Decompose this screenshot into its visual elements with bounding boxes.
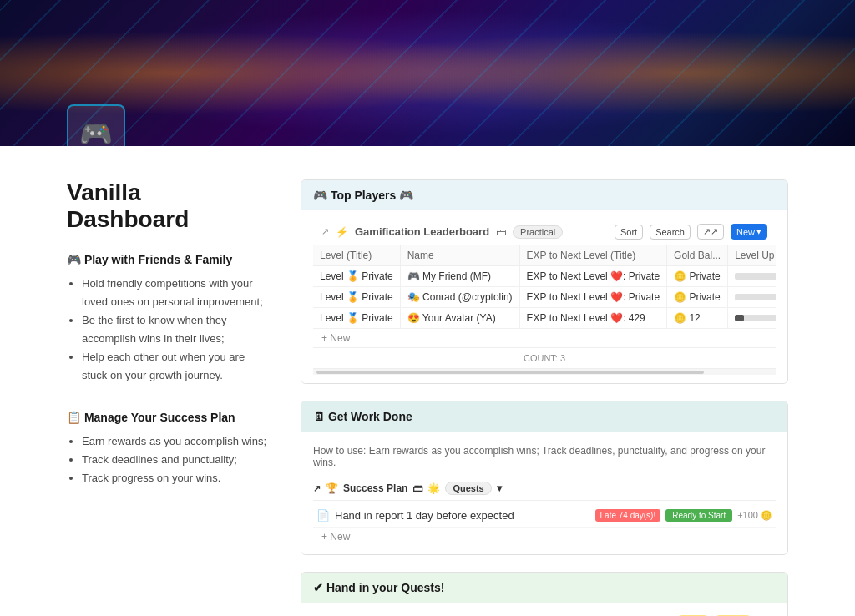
view-filter[interactable]: Practical [513,225,563,239]
new-button[interactable]: New▾ [731,224,767,240]
row1-name: 🎮 My Friend (MF) [400,266,519,287]
table-new-row[interactable]: + New [313,329,776,347]
search-button[interactable]: Search [650,225,691,240]
friends-family-heading: 🎮 Play with Friends & Family [67,253,267,266]
leaderboard-table: Level (Title) Name EXP to Next Level (Ti… [313,245,776,329]
db-icon: 🗃 [496,226,506,238]
bullet-item: Be the first to know when they accomplis… [82,311,267,348]
xp-badge: +100 🪙 [737,510,772,521]
bullet-item: Track progress on your wins. [82,469,267,487]
top-players-title: 🎮 Top Players 🎮 [313,189,413,202]
leaderboard-table-wrap: Level (Title) Name EXP to Next Level (Ti… [313,245,776,329]
lightning-icon: ⚡ [336,226,348,238]
row2-bar: 0% [728,287,776,308]
expand-icon[interactable]: ↗ [321,226,329,237]
top-players-header: 🎮 Top Players 🎮 [301,180,787,210]
top-players-widget: 🎮 Top Players 🎮 ↗ ⚡ Gamification Leaderb… [301,179,788,384]
bullet-item: Track deadlines and punctuality; [82,451,267,469]
get-work-done-header: 🗓 Get Work Done [301,401,787,432]
row3-name: 😍 Your Avatar (YA) [400,308,519,329]
hand-in-widget: ✔ Hand in your Quests! How to use: Hand … [301,572,788,616]
hero-banner: 🎮 [0,0,855,146]
table-row: Level 🏅 Private 🎭 Conrad (@cryptolin) EX… [313,287,776,308]
db-title[interactable]: Gamification Leaderboard [355,225,489,238]
table-row: Level 🏅 Private 🎮 My Friend (MF) EXP to … [313,266,776,287]
right-panel: 🎮 Top Players 🎮 ↗ ⚡ Gamification Leaderb… [301,179,788,616]
row1-level: Level 🏅 Private [313,266,400,287]
hand-in-title: ✔ Hand in your Quests! [313,581,444,594]
row3-level: Level 🏅 Private [313,308,400,329]
db-icon: 🗃 [412,482,422,494]
ready-badge[interactable]: Ready to Start [665,509,732,522]
table-row: Level 🏅 Private 😍 Your Avatar (YA) EXP t… [313,308,776,329]
manage-success-heading: 📋 Manage Your Success Plan [67,411,267,424]
get-work-done-widget: 🗓 Get Work Done How to use: Earn rewards… [301,401,788,555]
task-row-left: 📄 Hand in report 1 day before expected [316,509,514,522]
row2-name: 🎭 Conrad (@cryptolin) [400,287,519,308]
late-badge: Late 74 day(s)! [595,509,661,522]
filter-chevron[interactable]: ▾ [497,482,502,494]
manage-success-bullets: Earn rewards as you accomplish wins; Tra… [67,432,267,487]
left-panel: Vanilla Dashboard 🎮 Play with Friends & … [67,179,267,616]
page-content: Vanilla Dashboard 🎮 Play with Friends & … [0,146,855,616]
count-row: COUNT: 3 [313,347,776,368]
table-header-row: Level (Title) Name EXP to Next Level (Ti… [313,245,776,266]
scroll-bar[interactable] [313,368,776,375]
hand-in-header: ✔ Hand in your Quests! [301,573,787,603]
task-new-row[interactable]: + New [313,528,776,546]
hero-decoration [0,0,855,146]
row1-bar: 0% [728,266,776,287]
page-title: Vanilla Dashboard [67,179,267,233]
bullet-item: Help each other out when you are stuck o… [82,348,267,385]
sort-button[interactable]: Sort [615,225,643,240]
quest-icon: 🌟 [428,482,440,494]
hand-in-body: How to use: Hand in your quests by dragg… [301,603,787,616]
row3-gold: 🪙 12 [667,308,728,329]
col-level: Level (Title) [313,245,400,266]
hand-in-how-to: How to use: Hand in your quests by dragg… [313,611,776,616]
bullet-item: Earn rewards as you accomplish wins; [82,432,267,451]
how-to-use-text: How to use: Earn rewards as you accompli… [313,440,776,477]
subheader-title[interactable]: Success Plan [343,482,407,494]
get-work-done-title: 🗓 Get Work Done [313,410,412,423]
col-gold: Gold Bal... [667,245,728,266]
row1-exp: EXP to Next Level ❤️: Private [519,266,667,287]
trophy-icon: 🏆 [326,482,338,494]
col-exp: EXP to Next Level (Title) [519,245,667,266]
task-row-right: Late 74 day(s)! Ready to Start +100 🪙 [595,509,772,522]
top-players-body: ↗ ⚡ Gamification Leaderboard 🗃 Practical… [301,210,787,383]
col-levelup: Level Up Bar [728,245,776,266]
col-name: Name [400,245,519,266]
db-toolbar-right: Sort Search ↗↗ New▾ [615,224,767,240]
bullet-item: Hold friendly competitions with your lov… [82,275,267,311]
row1-gold: 🪙 Private [667,266,728,287]
row3-bar: 14% [728,308,776,329]
row2-gold: 🪙 Private [667,287,728,308]
friends-family-bullets: Hold friendly competitions with your lov… [67,275,267,386]
task-label[interactable]: Hand in report 1 day before expected [335,509,514,522]
row2-level: Level 🏅 Private [313,287,400,308]
task-row: 📄 Hand in report 1 day before expected L… [313,504,776,528]
row3-exp: EXP to Next Level ❤️: 429 [519,308,667,329]
db-toolbar: ↗ ⚡ Gamification Leaderboard 🗃 Practical… [313,219,776,245]
hero-icon: 🎮 [67,104,125,146]
row2-exp: EXP to Next Level ❤️: Private [519,287,667,308]
share-button[interactable]: ↗↗ [697,224,724,240]
success-plan-subheader: ↗ 🏆 Success Plan 🗃 🌟 Quests ▾ [313,477,776,501]
scroll-thumb[interactable] [316,371,704,374]
doc-icon: 📄 [316,509,330,522]
quests-filter[interactable]: Quests [445,482,491,495]
db-toolbar-left: ↗ ⚡ Gamification Leaderboard 🗃 Practical [321,225,563,239]
expand-icon[interactable]: ↗ [313,483,321,494]
get-work-done-body: How to use: Earn rewards as you accompli… [301,432,787,554]
